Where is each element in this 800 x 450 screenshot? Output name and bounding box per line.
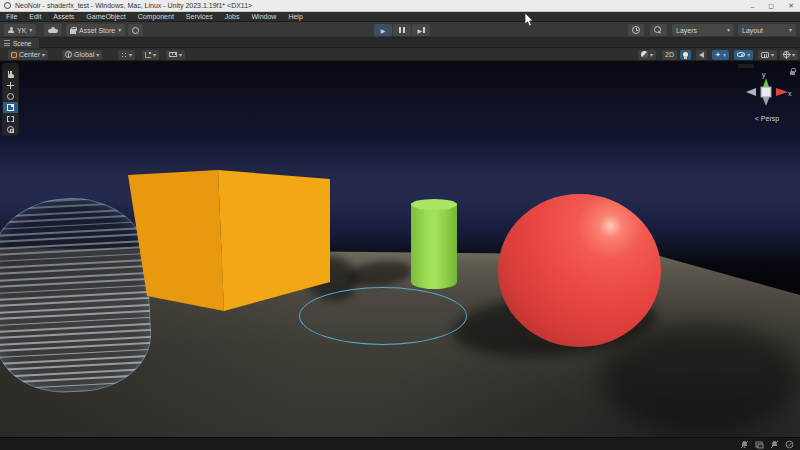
menu-component[interactable]: Component [132, 13, 180, 20]
tab-scene[interactable]: Scene [0, 38, 39, 48]
tool-handle-rotation-dropdown[interactable]: Global ▾ [62, 50, 102, 60]
lightbulb-icon [683, 52, 688, 57]
pivot-icon [11, 52, 17, 58]
layout-dropdown[interactable]: Layout ▾ [738, 24, 796, 36]
increment-snap-icon [145, 52, 151, 58]
asset-store-dropdown[interactable]: Asset Store ▾ [66, 24, 125, 36]
menu-assets[interactable]: Assets [47, 13, 80, 20]
chevron-down-icon: ▾ [118, 27, 121, 33]
mouse-cursor [524, 13, 535, 28]
red-sphere-object[interactable] [498, 194, 661, 347]
scene-lighting-toggle[interactable] [680, 50, 691, 60]
settings-button[interactable] [128, 24, 143, 36]
effects-dropdown[interactable]: ✦ ▾ [712, 50, 729, 60]
green-cylinder-object[interactable] [411, 199, 457, 289]
chevron-down-icon: ▾ [179, 52, 182, 58]
step-button[interactable]: ▶ [412, 24, 430, 36]
account-dropdown[interactable]: YK ▾ [4, 24, 36, 36]
pivot-label: Center [19, 51, 40, 58]
chevron-down-icon: ▾ [747, 52, 750, 58]
perspective-toggle[interactable]: < Persp [736, 115, 798, 122]
view-tool-button[interactable] [3, 69, 18, 80]
axis-gizmo-graphic[interactable]: y x [742, 70, 792, 112]
rect-tool-icon [7, 116, 14, 122]
mode-2d-label: 2D [665, 51, 674, 58]
globe-icon [65, 51, 72, 58]
tab-bar: Scene [0, 38, 800, 48]
pause-button[interactable] [393, 24, 411, 36]
scene-toolbar: Center ▾ Global ▾ ▾ ▾ ▾ ▾ 2D [0, 48, 800, 61]
account-icon [8, 27, 14, 33]
background-tasks-icon[interactable] [785, 440, 794, 449]
chevron-down-icon: ▾ [42, 52, 45, 58]
alerts-muted-icon[interactable] [770, 440, 779, 449]
chevron-down-icon: ▾ [96, 52, 99, 58]
shaded-mode-icon [641, 51, 648, 58]
tools-overlay [2, 63, 19, 136]
x-axis-cone [776, 88, 788, 96]
camera-icon [761, 52, 769, 58]
play-icon: ▶ [381, 27, 386, 34]
rotate-tool-button[interactable] [3, 91, 18, 102]
scene-viewport[interactable]: y x < Persp [0, 61, 800, 437]
gizmos-dropdown[interactable]: ▾ [780, 50, 798, 60]
mode-2d-toggle[interactable]: 2D [662, 50, 677, 60]
draw-mode-dropdown[interactable]: ▾ [638, 50, 656, 60]
menu-jobs[interactable]: Jobs [219, 13, 246, 20]
menu-edit[interactable]: Edit [23, 13, 47, 20]
rect-tool-button[interactable] [3, 113, 18, 124]
gear-icon [132, 27, 139, 34]
chevron-down-icon: ▾ [771, 52, 774, 58]
chevron-down-icon: ▾ [650, 52, 653, 58]
menu-help[interactable]: Help [282, 13, 308, 20]
camera-settings-dropdown[interactable]: ▾ [758, 50, 777, 60]
cylinder-body [411, 203, 457, 289]
move-tool-button[interactable] [3, 80, 18, 91]
tool-handle-pivot-dropdown[interactable]: Center ▾ [8, 50, 48, 60]
console-log-icon[interactable] [755, 440, 764, 449]
step-icon: ▶ [417, 27, 424, 34]
maximize-button[interactable]: ◻ [768, 2, 774, 10]
chevron-down-icon: ▾ [153, 52, 156, 58]
transform-tool-button[interactable] [3, 124, 18, 135]
measure-dropdown[interactable]: ▾ [166, 50, 185, 60]
main-toolbar: YK ▾ Asset Store ▾ ▶ ▶ Layers ▾ [0, 22, 800, 38]
gizmo-drag-handle[interactable] [738, 64, 754, 68]
undo-history-button[interactable] [628, 24, 644, 36]
unity-logo-icon [4, 2, 11, 9]
neg-x-cone [746, 88, 756, 96]
shopping-bag-icon [70, 27, 76, 34]
layers-dropdown[interactable]: Layers ▾ [672, 24, 734, 36]
search-button[interactable] [650, 24, 667, 36]
scale-tool-button[interactable] [3, 102, 18, 113]
scene-visibility-dropdown[interactable]: ▾ [734, 50, 753, 60]
scale-icon [7, 104, 14, 111]
close-button[interactable]: ✕ [788, 2, 794, 10]
history-icon [632, 26, 640, 34]
scene-audio-toggle[interactable] [696, 50, 707, 60]
scene-tab-label: Scene [13, 40, 31, 47]
pause-icon [399, 27, 404, 33]
chevron-down-icon: ▾ [29, 27, 32, 33]
play-button[interactable]: ▶ [374, 24, 392, 36]
sphere-shadow-far [600, 323, 800, 433]
menu-services[interactable]: Services [180, 13, 219, 20]
increment-snap-dropdown[interactable]: ▾ [142, 50, 159, 60]
cloud-button[interactable] [44, 24, 62, 36]
grid-snapping-dropdown[interactable]: ▾ [118, 50, 135, 60]
status-bar [0, 437, 800, 450]
menu-window[interactable]: Window [246, 13, 283, 20]
notifications-muted-icon[interactable] [740, 440, 749, 449]
orange-cube-object[interactable] [128, 168, 332, 311]
menu-gameobject[interactable]: GameObject [80, 13, 131, 20]
speaker-icon [699, 52, 704, 58]
rotate-icon [7, 93, 14, 100]
gizmo-center-cube [761, 87, 771, 97]
x-axis-label: x [788, 90, 792, 97]
menu-file[interactable]: File [0, 13, 23, 20]
minimize-button[interactable]: – [750, 3, 754, 10]
cloud-icon [48, 27, 58, 33]
chevron-down-icon: ▾ [723, 52, 726, 58]
menu-bar: File Edit Assets GameObject Component Se… [0, 12, 800, 22]
search-icon [654, 26, 663, 35]
